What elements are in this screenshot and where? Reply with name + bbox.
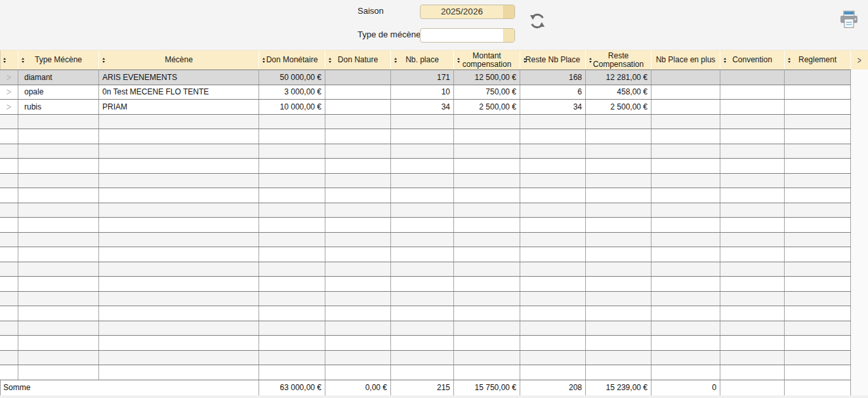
- cell-empty[interactable]: [720, 188, 785, 203]
- cell-empty[interactable]: [391, 262, 454, 277]
- cell-empty[interactable]: [18, 277, 99, 291]
- cell-empty[interactable]: [720, 203, 785, 218]
- cell-empty[interactable]: [651, 233, 720, 247]
- column-header-nb_place_en_plus[interactable]: Nb Place en plus: [651, 50, 720, 70]
- cell-reste_compensation[interactable]: 2 500,00 €: [586, 100, 651, 114]
- cell-empty[interactable]: [0, 188, 18, 203]
- cell-empty[interactable]: [520, 174, 586, 188]
- cell-empty[interactable]: [785, 174, 851, 188]
- cell-empty[interactable]: [720, 336, 785, 350]
- cell-empty[interactable]: [720, 277, 785, 291]
- cell-empty[interactable]: [99, 277, 259, 291]
- cell-empty[interactable]: [720, 115, 785, 129]
- cell-empty[interactable]: [651, 365, 720, 380]
- table-row-empty[interactable]: [0, 321, 851, 336]
- cell-empty[interactable]: [520, 159, 586, 173]
- cell-empty[interactable]: [651, 277, 720, 291]
- cell-empty[interactable]: [259, 247, 325, 262]
- cell-empty[interactable]: [586, 336, 651, 350]
- cell-empty[interactable]: [586, 277, 651, 291]
- cell-empty[interactable]: [99, 306, 259, 321]
- column-header-reglement[interactable]: Reglement: [785, 50, 851, 70]
- cell-empty[interactable]: [785, 188, 851, 203]
- cell-type_mecene[interactable]: rubis: [18, 100, 99, 114]
- cell-empty[interactable]: [0, 336, 18, 350]
- cell-empty[interactable]: [325, 321, 391, 336]
- cell-empty[interactable]: [325, 174, 391, 188]
- cell-empty[interactable]: [454, 351, 520, 365]
- cell-empty[interactable]: [454, 144, 520, 159]
- column-header-type_mecene[interactable]: Type Mécène: [18, 50, 99, 70]
- cell-empty[interactable]: [391, 321, 454, 336]
- cell-empty[interactable]: [391, 144, 454, 159]
- cell-empty[interactable]: [18, 351, 99, 365]
- saison-dropdown-button[interactable]: [503, 5, 514, 18]
- cell-empty[interactable]: [259, 262, 325, 277]
- cell-empty[interactable]: [99, 188, 259, 203]
- cell-empty[interactable]: [99, 351, 259, 365]
- cell-empty[interactable]: [785, 247, 851, 262]
- column-header-nb_place[interactable]: Nb. place: [391, 50, 454, 70]
- cell-empty[interactable]: [391, 129, 454, 144]
- cell-empty[interactable]: [18, 247, 99, 262]
- cell-empty[interactable]: [325, 233, 391, 247]
- type-mecene-combobox[interactable]: [420, 28, 515, 43]
- cell-empty[interactable]: [259, 321, 325, 336]
- table-row-empty[interactable]: [0, 247, 851, 262]
- cell-empty[interactable]: [454, 233, 520, 247]
- cell-empty[interactable]: [785, 321, 851, 336]
- cell-empty[interactable]: [99, 365, 259, 380]
- table-row[interactable]: >rubisPRIAM10 000,00 €342 500,00 €342 50…: [0, 100, 851, 115]
- cell-empty[interactable]: [99, 321, 259, 336]
- cell-empty[interactable]: [18, 233, 99, 247]
- cell-empty[interactable]: [720, 321, 785, 336]
- cell-empty[interactable]: [785, 277, 851, 291]
- cell-empty[interactable]: [391, 115, 454, 129]
- cell-reste_nb_place[interactable]: 34: [520, 100, 586, 114]
- cell-reglement[interactable]: [785, 100, 851, 114]
- cell-empty[interactable]: [454, 365, 520, 380]
- table-row-empty[interactable]: [0, 129, 851, 144]
- cell-expander[interactable]: >: [0, 85, 18, 100]
- cell-empty[interactable]: [0, 159, 18, 173]
- cell-empty[interactable]: [520, 129, 586, 144]
- cell-empty[interactable]: [586, 351, 651, 365]
- cell-empty[interactable]: [0, 351, 18, 365]
- cell-empty[interactable]: [259, 174, 325, 188]
- table-row-empty[interactable]: [0, 203, 851, 218]
- cell-empty[interactable]: [259, 351, 325, 365]
- cell-mecene[interactable]: PRIAM: [99, 100, 259, 114]
- cell-empty[interactable]: [18, 292, 99, 306]
- cell-type_mecene[interactable]: diamant: [18, 70, 99, 85]
- table-row-empty[interactable]: [0, 188, 851, 203]
- cell-nb_place_en_plus[interactable]: [651, 70, 720, 85]
- cell-empty[interactable]: [259, 144, 325, 159]
- cell-convention[interactable]: [720, 100, 785, 114]
- cell-empty[interactable]: [259, 336, 325, 350]
- cell-empty[interactable]: [785, 365, 851, 380]
- column-header-expander[interactable]: [0, 50, 18, 70]
- cell-nb_place[interactable]: 34: [391, 100, 454, 114]
- table-row-empty[interactable]: [0, 262, 851, 277]
- cell-reglement[interactable]: [785, 85, 851, 100]
- cell-empty[interactable]: [99, 144, 259, 159]
- cell-montant_compensation[interactable]: 2 500,00 €: [454, 100, 520, 114]
- cell-empty[interactable]: [586, 129, 651, 144]
- cell-empty[interactable]: [18, 365, 99, 380]
- cell-empty[interactable]: [651, 203, 720, 218]
- table-row-empty[interactable]: [0, 218, 851, 233]
- cell-empty[interactable]: [99, 233, 259, 247]
- cell-empty[interactable]: [325, 247, 391, 262]
- cell-empty[interactable]: [785, 144, 851, 159]
- cell-empty[interactable]: [454, 188, 520, 203]
- cell-empty[interactable]: [586, 218, 651, 232]
- cell-empty[interactable]: [651, 144, 720, 159]
- cell-nb_place_en_plus[interactable]: [651, 100, 720, 114]
- cell-empty[interactable]: [651, 336, 720, 350]
- cell-reste_nb_place[interactable]: 6: [520, 85, 586, 100]
- cell-empty[interactable]: [520, 218, 586, 232]
- row-expander-icon[interactable]: >: [7, 87, 11, 97]
- table-row-empty[interactable]: [0, 351, 851, 366]
- saison-combobox[interactable]: 2025/2026: [420, 5, 515, 19]
- cell-empty[interactable]: [720, 218, 785, 232]
